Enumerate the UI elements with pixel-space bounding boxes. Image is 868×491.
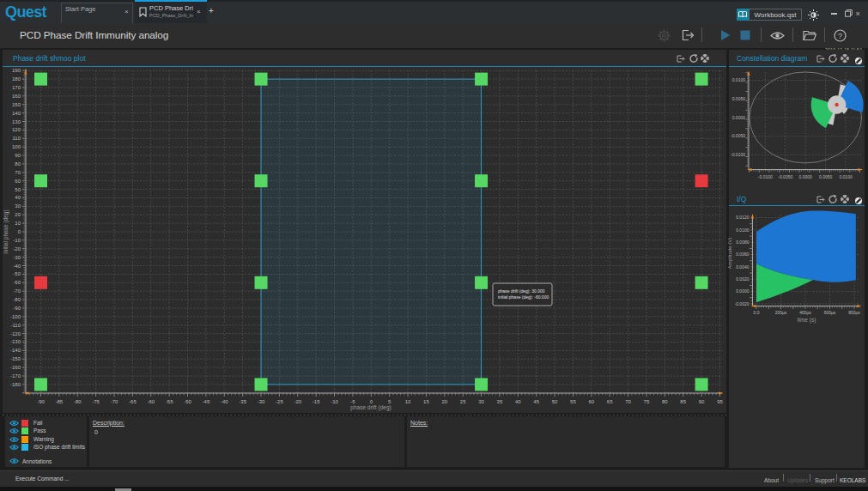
svg-text:190: 190 bbox=[12, 68, 21, 73]
svg-text:-160: -160 bbox=[10, 365, 21, 370]
svg-text:-80: -80 bbox=[13, 297, 21, 302]
svg-text:Amplitude (V): Amplitude (V) bbox=[727, 238, 732, 269]
svg-text:-45: -45 bbox=[203, 399, 210, 404]
svg-text:30: 30 bbox=[478, 399, 484, 404]
svg-text:-30: -30 bbox=[13, 255, 21, 260]
svg-text:-90: -90 bbox=[13, 306, 21, 311]
svg-text:-170: -170 bbox=[10, 373, 21, 379]
svg-text:60: 60 bbox=[588, 399, 594, 404]
svg-text:-130: -130 bbox=[10, 339, 21, 344]
svg-text:-60: -60 bbox=[13, 280, 21, 285]
svg-text:45: 45 bbox=[533, 399, 539, 404]
svg-text:-20: -20 bbox=[294, 399, 301, 404]
svg-text:-65: -65 bbox=[129, 399, 137, 404]
svg-text:65: 65 bbox=[607, 399, 613, 404]
svg-text:100: 100 bbox=[12, 144, 21, 149]
svg-text:50: 50 bbox=[552, 399, 558, 404]
svg-text:-60: -60 bbox=[147, 399, 155, 404]
svg-text:-0.0020: -0.0020 bbox=[735, 301, 750, 306]
svg-text:75: 75 bbox=[644, 399, 650, 404]
svg-text:-75: -75 bbox=[92, 399, 100, 404]
svg-text:70: 70 bbox=[625, 399, 631, 404]
svg-text:80: 80 bbox=[662, 399, 668, 404]
svg-text:-100: -100 bbox=[10, 314, 21, 319]
svg-text:120: 120 bbox=[12, 127, 21, 132]
svg-text:-40: -40 bbox=[13, 264, 21, 269]
svg-text:70: 70 bbox=[15, 170, 21, 175]
svg-text:-10: -10 bbox=[13, 238, 21, 243]
svg-text:55: 55 bbox=[570, 399, 576, 404]
svg-text:-0.0050: -0.0050 bbox=[778, 174, 792, 179]
svg-text:800µs: 800µs bbox=[848, 310, 860, 315]
svg-text:0.0000: 0.0000 bbox=[736, 288, 750, 294]
svg-text:20: 20 bbox=[441, 399, 447, 404]
svg-text:-140: -140 bbox=[10, 348, 21, 353]
svg-text:130: 130 bbox=[12, 119, 21, 124]
svg-text:-5: -5 bbox=[350, 399, 355, 404]
svg-text:80: 80 bbox=[15, 161, 21, 167]
svg-text:-90: -90 bbox=[37, 399, 45, 404]
svg-text:170: 170 bbox=[12, 85, 21, 90]
svg-text:30: 30 bbox=[15, 203, 21, 209]
svg-text:0.0050: 0.0050 bbox=[732, 96, 746, 101]
svg-text:-40: -40 bbox=[221, 399, 228, 404]
svg-text:200µs: 200µs bbox=[775, 310, 787, 315]
svg-text:95: 95 bbox=[717, 399, 723, 404]
svg-text:-50: -50 bbox=[13, 271, 21, 276]
svg-text:Quest: Quest bbox=[5, 3, 47, 21]
svg-text:-0.0100: -0.0100 bbox=[758, 174, 773, 179]
svg-text:-10: -10 bbox=[331, 399, 338, 404]
svg-text:20: 20 bbox=[15, 212, 21, 217]
svg-text:phase drift (deg): phase drift (deg) bbox=[350, 404, 391, 411]
svg-text:-70: -70 bbox=[111, 399, 118, 404]
svg-text:0.0060: 0.0060 bbox=[736, 252, 750, 257]
svg-text:15: 15 bbox=[423, 399, 429, 404]
svg-text:10: 10 bbox=[15, 221, 21, 226]
svg-text:0.0040: 0.0040 bbox=[736, 264, 750, 270]
svg-text:-20: -20 bbox=[13, 246, 21, 252]
svg-text:0.0020: 0.0020 bbox=[736, 276, 750, 282]
svg-text:-50: -50 bbox=[184, 399, 191, 404]
svg-text:140: 140 bbox=[12, 111, 21, 116]
svg-text:40: 40 bbox=[515, 399, 521, 404]
svg-text:160: 160 bbox=[12, 94, 21, 99]
svg-text:85: 85 bbox=[680, 399, 686, 404]
svg-text:0.0000: 0.0000 bbox=[732, 115, 746, 120]
svg-text:initial phase (deg): -60.000: initial phase (deg): -60.000 bbox=[498, 294, 549, 300]
svg-text:-120: -120 bbox=[10, 331, 21, 336]
svg-text:180: 180 bbox=[12, 76, 21, 82]
svg-text:0.0100: 0.0100 bbox=[736, 227, 750, 233]
svg-text:-0.0050: -0.0050 bbox=[731, 133, 745, 138]
svg-text:0.0000: 0.0000 bbox=[799, 174, 813, 179]
svg-text:0.0: 0.0 bbox=[754, 310, 760, 315]
svg-text:-180: -180 bbox=[10, 382, 21, 387]
svg-text:-25: -25 bbox=[276, 399, 283, 404]
svg-text:time (s): time (s) bbox=[798, 317, 816, 324]
svg-text:90: 90 bbox=[699, 399, 705, 404]
svg-text:0.0100: 0.0100 bbox=[839, 174, 853, 179]
svg-text:-110: -110 bbox=[10, 323, 21, 328]
svg-text:150: 150 bbox=[12, 102, 21, 107]
svg-text:0.0100: 0.0100 bbox=[732, 77, 746, 82]
svg-text:-35: -35 bbox=[239, 399, 246, 404]
svg-text:40: 40 bbox=[15, 195, 21, 200]
svg-text:60: 60 bbox=[15, 179, 21, 184]
svg-text:0.0080: 0.0080 bbox=[736, 239, 750, 245]
svg-text:phase drift (deg): 30.000: phase drift (deg): 30.000 bbox=[498, 288, 545, 294]
svg-text:-0.0100: -0.0100 bbox=[731, 152, 745, 157]
svg-text:-15: -15 bbox=[313, 399, 320, 404]
svg-text:-150: -150 bbox=[10, 356, 21, 361]
svg-text:25: 25 bbox=[460, 399, 466, 404]
svg-text:initial phase (deg): initial phase (deg) bbox=[3, 209, 9, 253]
svg-text:35: 35 bbox=[497, 399, 503, 404]
svg-text:400µs: 400µs bbox=[799, 310, 811, 315]
svg-text:10: 10 bbox=[405, 399, 411, 404]
svg-text:?: ? bbox=[838, 31, 842, 40]
svg-text:0.0120: 0.0120 bbox=[736, 215, 750, 220]
svg-text:-55: -55 bbox=[166, 399, 173, 404]
svg-text:90: 90 bbox=[15, 153, 21, 158]
svg-text:-80: -80 bbox=[74, 399, 82, 404]
svg-text:110: 110 bbox=[12, 136, 21, 141]
svg-text:-85: -85 bbox=[56, 399, 64, 404]
svg-text:50: 50 bbox=[15, 187, 21, 192]
